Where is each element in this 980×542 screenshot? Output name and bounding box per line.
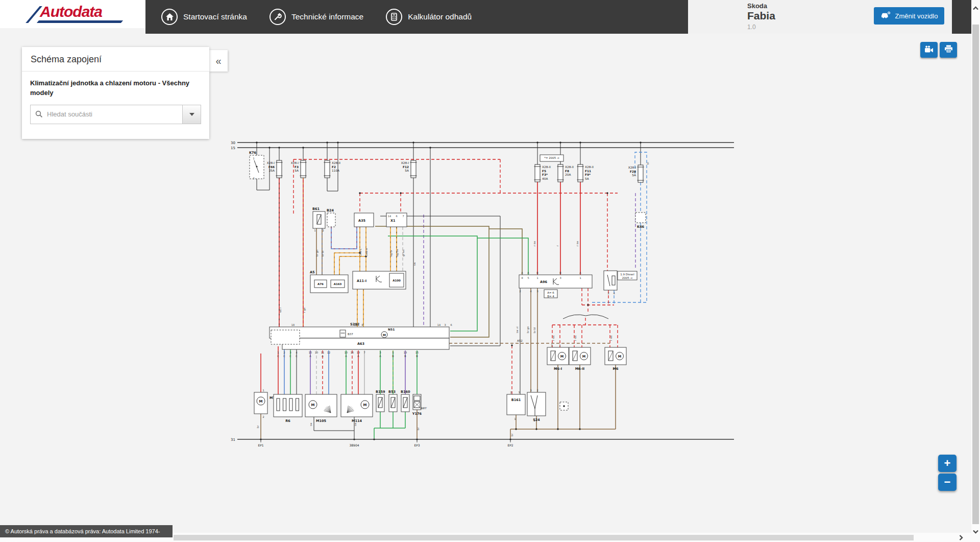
svg-text:M105: M105 [316, 419, 327, 423]
vertical-scroll-thumb[interactable] [972, 25, 979, 524]
svg-text:C: C [277, 355, 279, 358]
svg-text:br: br [256, 425, 259, 428]
svg-text:R6: R6 [285, 419, 290, 423]
svg-text:B61: B61 [312, 207, 320, 211]
vehicle-version: 1.0 [747, 23, 756, 31]
svg-text:sw: sw [354, 422, 357, 426]
svg-text:B24: B24 [327, 208, 334, 213]
svg-text:M: M [259, 399, 263, 404]
svg-text:M: M [311, 403, 315, 407]
svg-text:2: 2 [607, 292, 609, 295]
svg-text:1: 1 [579, 276, 581, 279]
svg-text:25A: 25A [269, 169, 275, 172]
svg-text:br: br [510, 433, 513, 436]
vehicle-make: Skoda [747, 2, 767, 10]
svg-text:1: 1 [277, 351, 279, 354]
svg-text:1: 1 [536, 276, 538, 279]
svg-text:A163: A163 [334, 282, 342, 286]
svg-text:A63: A63 [357, 342, 364, 346]
change-vehicle-button[interactable]: Změnit vozidlo [874, 7, 944, 25]
svg-text:15: 15 [309, 351, 312, 354]
scroll-right-icon[interactable] [957, 533, 965, 542]
calculator-icon [386, 9, 402, 25]
collapse-panel-button[interactable]: « [209, 50, 228, 72]
home-icon [161, 9, 178, 25]
svg-text:13: 13 [404, 351, 407, 354]
svg-text:br bl: br bl [321, 251, 324, 256]
svg-text:2: 2 [322, 229, 324, 232]
zoom-in-button[interactable]: + [938, 455, 957, 472]
svg-text:5: 5 [392, 351, 394, 354]
svg-text:B159: B159 [376, 390, 385, 394]
video-camera-icon [924, 45, 934, 55]
svg-text:r sw: r sw [533, 241, 536, 246]
svg-text:3: 3 [555, 367, 556, 370]
print-button[interactable] [940, 42, 957, 58]
scroll-down-icon[interactable] [971, 527, 980, 536]
svg-text:B160: B160 [401, 390, 410, 394]
search-dropdown-button[interactable] [182, 105, 201, 124]
vertical-scrollbar[interactable] [971, 0, 980, 542]
svg-text:B: B [416, 355, 418, 358]
svg-text:F12: F12 [403, 166, 409, 169]
search-icon [31, 105, 47, 124]
svg-text:15: 15 [415, 351, 419, 354]
svg-text:X28-I: X28-I [267, 161, 275, 164]
svg-text:6: 6 [396, 215, 397, 218]
nav-technicke-informace[interactable]: Technické informace [270, 9, 363, 25]
logo-underlay [0, 28, 145, 34]
svg-text:A: A [521, 271, 523, 274]
car-icon [880, 11, 891, 20]
svg-text:X28-I: X28-I [628, 166, 636, 169]
svg-text:1: 1 [314, 229, 315, 232]
svg-text:X28-II: X28-II [542, 166, 551, 169]
svg-text:38904: 38904 [349, 443, 359, 447]
svg-text:A11-I: A11-I [357, 279, 366, 283]
svg-text:br gn: br gn [526, 326, 530, 333]
svg-text:A100: A100 [393, 279, 401, 282]
svg-text:C: C [283, 355, 285, 358]
autodata-logo[interactable]: Autodata [0, 0, 145, 28]
svg-text:X28-I: X28-I [291, 161, 299, 164]
svg-text:6: 6 [450, 323, 452, 326]
svg-text:7: 7 [363, 351, 365, 354]
svg-text:13: 13 [357, 351, 360, 354]
vehicle-model: Fabia [747, 10, 775, 22]
change-vehicle-label: Změnit vozidlo [895, 12, 938, 20]
collapse-icon: « [215, 55, 221, 67]
svg-text:EP2: EP2 [507, 443, 513, 447]
scroll-up-icon[interactable] [971, 4, 980, 13]
svg-text:2: 2 [551, 344, 552, 347]
nav-kalkulator-odhadu[interactable]: Kalkulátor odhadů [386, 9, 472, 25]
svg-text:C: C [289, 355, 291, 358]
svg-text:A: A [309, 355, 311, 358]
svg-text:1: 1 [262, 389, 264, 392]
panel-title: Schéma zapojení [22, 47, 209, 72]
video-button[interactable] [920, 42, 938, 58]
svg-text:B37: B37 [348, 333, 353, 336]
nav-startovaci-stranka[interactable]: Startovací stránka [161, 9, 247, 25]
svg-text:2: 2 [262, 415, 264, 418]
svg-text:r ge: r ge [303, 308, 306, 313]
svg-text:A52: A52 [517, 339, 523, 342]
svg-text:110A: 110A [332, 169, 339, 172]
svg-text:X28-I: X28-I [401, 161, 409, 164]
svg-text:F3*: F3* [542, 173, 548, 176]
svg-text:5A: 5A [585, 177, 589, 180]
svg-text:1: 1 [559, 344, 560, 347]
svg-text:sw vi: sw vi [516, 326, 519, 333]
svg-text:Y176: Y176 [412, 412, 422, 416]
horizontal-scroll-thumb[interactable] [174, 535, 914, 540]
vehicle-panel: Skoda Fabia 1.0 Změnit vozidlo [688, 0, 952, 34]
search-input[interactable] [47, 105, 182, 124]
svg-text:A96: A96 [540, 280, 548, 284]
svg-text:2: 2 [519, 290, 521, 293]
svg-text:B161: B161 [511, 398, 521, 402]
svg-text:A: A [322, 355, 324, 358]
zoom-out-button[interactable]: − [938, 474, 957, 491]
svg-text:F9*: F9* [585, 173, 591, 176]
svg-text:M: M [618, 355, 621, 359]
svg-text:bl: bl [646, 162, 649, 164]
svg-text:A: A [379, 355, 381, 358]
svg-text:EP1: EP1 [258, 443, 263, 447]
